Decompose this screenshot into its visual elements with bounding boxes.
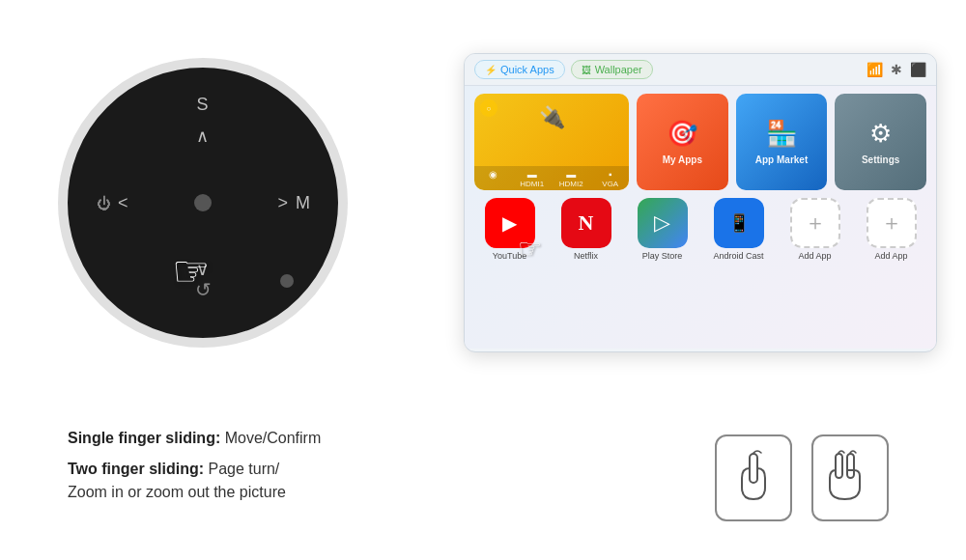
android-cast-icon: 📱 (714, 198, 764, 248)
remote-circle: S M ∧ ∨ < > ⏻ ↺ (58, 58, 348, 348)
tab-wallpaper[interactable]: 🖼 Wallpaper (571, 60, 653, 79)
add-app-icon-2: ＋ (867, 198, 917, 248)
instruction-bold-1: Single finger sliding: (68, 430, 220, 446)
my-apps-label: My Apps (663, 154, 702, 165)
instruction-line-2: Two finger sliding: Page turn/Zoom in or… (68, 458, 321, 504)
youtube-icon: ▶ (485, 198, 535, 248)
two-finger-svg (826, 449, 874, 507)
app-netflix[interactable]: N Netflix (551, 198, 621, 261)
app-android-cast[interactable]: 📱 Android Cast (703, 198, 774, 261)
app-add-2[interactable]: ＋ Add App (856, 198, 926, 261)
usb-main-icon: 🔌 (539, 105, 565, 130)
wallpaper-icon: 🖼 (582, 65, 591, 75)
card-my-apps[interactable]: 🎯 My Apps (637, 94, 728, 190)
remote-label-m: M (296, 193, 311, 213)
svg-rect-0 (750, 454, 757, 483)
instructions-section: Single finger sliding: Move/Confirm Two … (68, 427, 321, 512)
usb-hdmi2[interactable]: ▬ HDMI2 (553, 166, 590, 190)
remote-center-dot (194, 194, 212, 211)
tab-quick-apps[interactable]: ⚡ Quick Apps (474, 60, 565, 79)
play-store-label: Play Store (642, 251, 683, 261)
my-apps-icon: 🎯 (667, 119, 697, 149)
hdmi1-icon: ▬ (516, 169, 550, 180)
usb-sub-row: ◉ ▬ HDMI1 ▬ HDMI2 ▪ VGA (474, 166, 629, 190)
android-cast-label: Android Cast (713, 251, 763, 261)
remote-section: S M ∧ ∨ < > ⏻ ↺ ☞ (58, 58, 367, 367)
usb-vga[interactable]: ▪ VGA (592, 166, 630, 190)
tv-screen: ⚡ Quick Apps 🖼 Wallpaper 📶 ✱ ⬛ 🔌 ○ ◉ (464, 53, 937, 352)
card-settings[interactable]: ⚙ Settings (835, 94, 926, 190)
hdmi2-icon: ▬ (554, 169, 588, 180)
remote-label-left: < (118, 193, 128, 213)
instruction-rest-1: Move/Confirm (225, 430, 322, 446)
screen-topbar: ⚡ Quick Apps 🖼 Wallpaper 📶 ✱ ⬛ (465, 54, 936, 86)
screen-content: 🔌 ○ ◉ ▬ HDMI1 ▬ HDMI2 ▪ (465, 86, 936, 349)
remote-power-icon: ⏻ (97, 195, 111, 211)
netflix-icon: N (561, 198, 611, 248)
remote-label-up: ∧ (196, 126, 210, 147)
bottom-apps-row: ▶ YouTube N Netflix ▷ Play Store 📱 (474, 198, 926, 261)
wallpaper-label: Wallpaper (595, 64, 642, 75)
settings-label: Settings (862, 154, 899, 165)
instruction-line-1: Single finger sliding: Move/Confirm (68, 427, 321, 450)
app-market-icon: 🏪 (766, 119, 797, 149)
top-cards-row: 🔌 ○ ◉ ▬ HDMI1 ▬ HDMI2 ▪ (474, 94, 926, 190)
svg-rect-1 (836, 454, 842, 478)
remote-small-dot (280, 274, 294, 288)
usb-status-icon: ⬛ (910, 62, 926, 77)
settings-icon: ⚙ (869, 119, 892, 149)
cursor-hand-icon: ☞ (172, 246, 210, 295)
single-finger-icon (715, 434, 792, 521)
quick-apps-icon: ⚡ (485, 65, 497, 75)
instruction-bold-2: Two finger sliding: (68, 461, 204, 477)
app-add-1[interactable]: ＋ Add App (780, 198, 850, 261)
vga-icon: ▪ (594, 169, 628, 180)
add-app-label-1: Add App (798, 251, 831, 261)
topbar-status-icons: 📶 ✱ ⬛ (867, 62, 926, 77)
card-usb[interactable]: 🔌 ○ ◉ ▬ HDMI1 ▬ HDMI2 ▪ (474, 94, 629, 190)
play-store-icon: ▷ (638, 198, 688, 248)
add-app-label-2: Add App (874, 251, 907, 261)
svg-rect-2 (847, 454, 854, 478)
remote-label-s: S (196, 95, 209, 115)
quick-apps-label: Quick Apps (500, 64, 554, 75)
two-finger-icon (811, 434, 889, 521)
single-finger-svg (734, 449, 773, 507)
source-circle-icon: ◉ (476, 169, 510, 180)
remote-label-right: > (277, 193, 288, 213)
app-market-label: App Market (755, 154, 808, 165)
app-play-store[interactable]: ▷ Play Store (627, 198, 697, 261)
finger-icons-section (715, 434, 889, 521)
netflix-label: Netflix (574, 251, 598, 261)
card-app-market[interactable]: 🏪 App Market (736, 94, 828, 190)
usb-circle-badge: ○ (480, 99, 497, 117)
youtube-label: YouTube (493, 251, 526, 261)
add-app-icon-1: ＋ (790, 198, 840, 248)
usb-source-circle[interactable]: ◉ (474, 166, 512, 190)
wifi-icon: 📶 (867, 62, 883, 77)
bluetooth-icon: ✱ (891, 62, 902, 77)
usb-hdmi1[interactable]: ▬ HDMI1 (514, 166, 552, 190)
app-youtube[interactable]: ▶ YouTube (474, 198, 545, 261)
